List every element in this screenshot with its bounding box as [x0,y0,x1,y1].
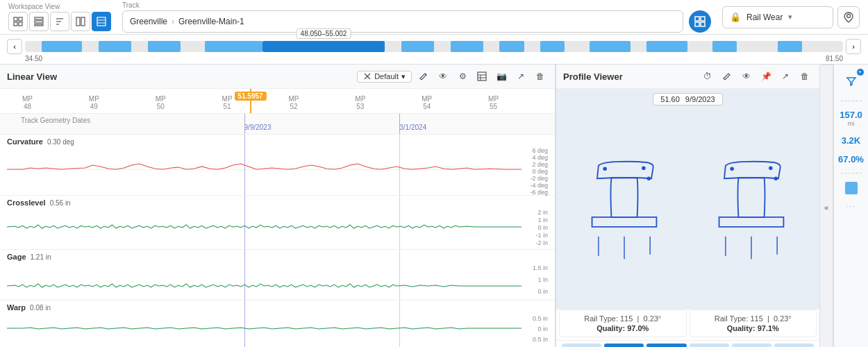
date1-label: 9/9/2023 [244,124,272,131]
linear-view-actions: Default ▾ 👁 ⚙ 📷 ↗ 🗑 [357,69,548,84]
right-rail-info: Rail Type: 115 | 0.23° Quality: 97.1% [690,310,817,337]
svg-point-31 [603,167,607,171]
workspace-label: Workspace View [8,3,111,10]
scroll-seg-2[interactable] [604,344,644,347]
left-rail-quality: Quality: 97.0% [565,324,681,332]
warp-y-labels: 0.5 in0 in0.5 in [523,313,548,344]
default-label: Default [374,72,399,81]
curvature-chart [7,147,521,192]
range-prev-btn[interactable]: ‹ [7,39,22,54]
workspace-section: Workspace View [8,3,111,31]
rail-wear-dropdown[interactable]: 🔒 Rail Wear ▾ [722,6,833,28]
svg-rect-1 [19,17,22,21]
svg-point-37 [731,167,735,171]
edit-btn[interactable] [416,69,431,84]
profile-edit-btn[interactable] [719,69,735,84]
mp-50: MP50 [156,95,166,110]
gage-value: 1.21 in [31,253,51,261]
grid-view-btn[interactable] [8,12,28,31]
profile-scrollbar[interactable] [556,340,819,347]
right-sidebar: + 157.0 mi 3.2K 67.0% ··· [833,65,868,347]
camera-btn[interactable]: 📷 [494,69,509,84]
stat-distance-value: 157.0 [840,110,862,120]
left-rail-type-angle: Rail Type: 115 | 0.23° [565,314,681,323]
crosslevel-label: Crosslevel [7,198,46,207]
warp-section: Warp 0.08 in 0.5 in0 in0.5 in [0,301,555,347]
eye-btn[interactable]: 👁 [435,69,451,84]
mp-52: MP52 [288,95,299,110]
right-rail-type-angle: Rail Type: 115 | 0.23° [696,314,811,323]
profile-trash-btn[interactable]: 🗑 [797,69,812,84]
chart-area[interactable]: 51.5957 MP48 MP49 MP50 MP51 MP52 MP53 MP… [0,89,555,347]
top-toolbar: Workspace View Track Greenville › [0,0,868,35]
filter-btn[interactable]: + [840,70,862,92]
linear-view-title: Linear View [7,71,57,82]
settings-btn[interactable]: ⚙ [455,69,470,84]
svg-rect-5 [35,21,43,23]
selected-range-label: 48.050–55.002 [297,28,351,39]
curvature-value: 0.30 deg [47,138,74,146]
profile-charts [556,105,819,310]
dots-indicator: ··· [846,203,856,210]
blue-square-indicator [845,182,858,194]
scroll-seg-5[interactable] [732,344,771,347]
profile-viewer-actions: ⏱ 👁 📌 ↗ 🗑 [700,69,812,84]
range-next-btn[interactable]: › [846,39,861,54]
table-btn[interactable] [474,69,490,84]
track-grid-btn[interactable] [689,10,711,33]
scroll-seg-1[interactable] [562,344,601,347]
scroll-seg-6[interactable] [774,344,814,347]
profile-export-btn[interactable]: ↗ [778,69,793,84]
default-dropdown[interactable]: Default ▾ [357,71,412,83]
linear-view-header: Linear View Default ▾ 👁 ⚙ 📷 ↗ 🗑 [0,65,555,89]
rail-wear-label: Rail Wear [746,12,783,22]
svg-rect-2 [14,22,17,26]
svg-rect-4 [35,17,43,19]
mp-51: MP51 [222,95,233,110]
sidebar-divider-1 [841,101,862,101]
profile-date: 9/9/2023 [685,95,715,103]
sidebar-divider-2 [841,173,862,174]
track-section: Track Greenville › Greenville-Main-1 [122,1,711,33]
mp-55: MP55 [488,95,499,110]
profile-viewer: Profile Viewer ⏱ 👁 📌 ↗ 🗑 51.60 9/9/2023 [556,65,819,347]
left-rail-angle: 0.23° [643,314,661,323]
gage-label: Gage [7,253,26,261]
current-mp: 51.5957 [234,92,266,101]
crosslevel-section: Crosslevel 0.56 in 2 in1 in0 in-1 in-2 i… [0,196,555,250]
left-rail-type: Rail Type: 115 [584,314,633,323]
mp-53: MP53 [355,95,365,110]
date2-line [399,114,400,134]
crosslevel-value: 0.56 in [50,199,71,207]
crosslevel-chart [7,208,521,246]
svg-rect-12 [97,17,106,26]
track-geometry-label: Track Geometry Dates [21,117,90,124]
collapse-panel-btn[interactable]: « [819,65,833,347]
track-input[interactable]: Greenville › Greenville-Main-1 [122,10,683,33]
export-btn[interactable]: ↗ [513,69,528,84]
scroll-seg-3[interactable] [646,344,686,347]
list-view-btn[interactable] [29,12,49,31]
location-btn[interactable] [837,6,860,28]
gage-y-labels: 1.5 in1 in0 in [523,262,548,297]
profile-pin-btn[interactable]: 📌 [758,69,774,84]
warp-chart [7,313,521,344]
svg-rect-23 [478,72,486,81]
main-area: Linear View Default ▾ 👁 ⚙ 📷 ↗ 🗑 [0,65,868,347]
svg-rect-0 [14,17,17,21]
profile-eye-btn[interactable]: 👁 [739,69,754,84]
curvature-y-labels: 6 deg4 deg2 deg0 deg-2 deg-4 deg-6 deg [523,147,548,192]
right-rail-svg [706,152,796,263]
layers-btn[interactable] [92,12,111,31]
sort-btn[interactable] [50,12,69,31]
curvature-section: Curvature 0.30 deg 6 deg4 deg2 deg0 deg-… [0,135,555,196]
split-btn[interactable] [71,12,90,31]
trash-btn[interactable]: 🗑 [533,69,548,84]
range-min-label: 34.50 [25,55,42,62]
profile-clock-btn[interactable]: ⏱ [700,69,715,84]
date1-line [244,114,245,134]
breadcrumb-track: Greenville-Main-1 [178,17,244,26]
scroll-seg-4[interactable] [690,344,729,347]
left-rail-info: Rail Type: 115 | 0.23° Quality: 97.0% [559,310,687,337]
linear-view: Linear View Default ▾ 👁 ⚙ 📷 ↗ 🗑 [0,65,556,347]
